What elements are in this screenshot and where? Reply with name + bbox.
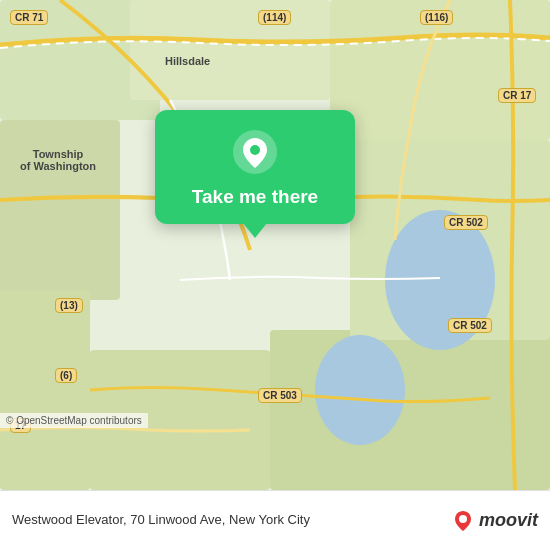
svg-rect-2 (130, 0, 330, 100)
location-pin-icon (233, 130, 277, 174)
road-badge-6: (6) (55, 368, 77, 383)
svg-point-12 (250, 145, 260, 155)
svg-rect-7 (270, 330, 550, 490)
township-label: Townshipof Washington (18, 148, 98, 172)
road-badge-cr502-bottom: CR 502 (448, 318, 492, 333)
svg-rect-5 (0, 290, 90, 490)
svg-rect-4 (0, 120, 120, 300)
road-badge-114: (114) (258, 10, 291, 25)
road-badge-cr71: CR 71 (10, 10, 48, 25)
map: CR 71 (114) (116) CR 17 CR 502 (13) (6) … (0, 0, 550, 490)
location-address: Westwood Elevator, 70 Linwood Ave, New Y… (12, 512, 451, 529)
osm-attribution: © OpenStreetMap contributors (0, 413, 148, 428)
moovit-logo: moovit (451, 509, 538, 533)
svg-point-13 (459, 515, 467, 523)
road-badge-116: (116) (420, 10, 453, 25)
road-badge-cr17: CR 17 (498, 88, 536, 103)
road-badge-cr503: CR 503 (258, 388, 302, 403)
road-badge-cr502-top: CR 502 (444, 215, 488, 230)
take-me-there-card[interactable]: Take me there (155, 110, 355, 224)
take-me-there-label: Take me there (192, 186, 318, 208)
moovit-text: moovit (479, 510, 538, 531)
bottom-bar: Westwood Elevator, 70 Linwood Ave, New Y… (0, 490, 550, 550)
road-badge-13: (13) (55, 298, 83, 313)
svg-point-10 (315, 335, 405, 445)
hillsdale-label: Hillsdale (165, 55, 210, 67)
moovit-pin-icon (451, 509, 475, 533)
